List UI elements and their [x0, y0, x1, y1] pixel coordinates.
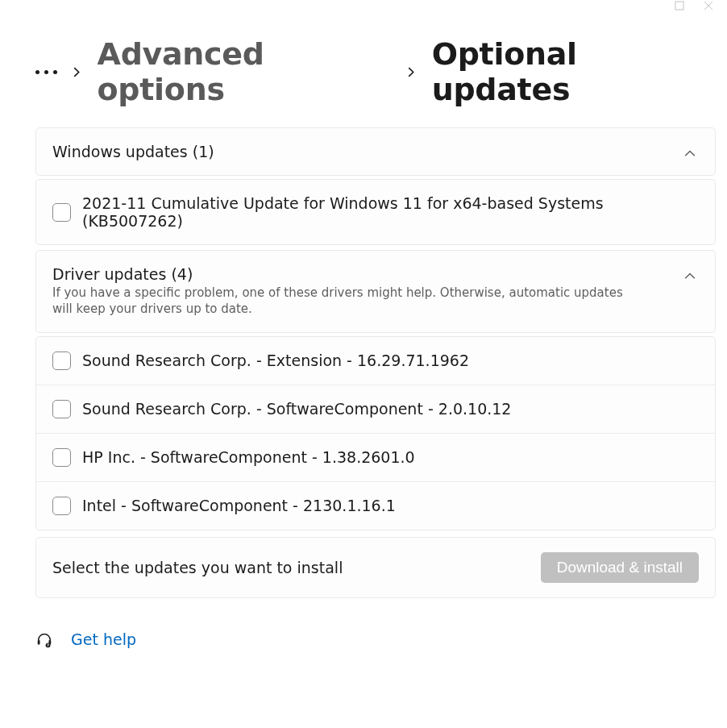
ellipsis-icon[interactable] — [35, 70, 57, 74]
group-driver-updates: Driver updates (4) If you have a specifi… — [35, 250, 716, 333]
install-footer: Select the updates you want to install D… — [35, 537, 716, 598]
windows-updates-list: 2021-11 Cumulative Update for Windows 11… — [35, 179, 716, 245]
checkbox[interactable] — [52, 203, 71, 222]
install-hint: Select the updates you want to install — [52, 559, 541, 576]
driver-updates-list: Sound Research Corp. - Extension - 16.29… — [35, 336, 716, 530]
update-item-label: Sound Research Corp. - SoftwareComponent… — [82, 400, 511, 418]
maximize-icon[interactable] — [674, 0, 685, 11]
page-content: Advanced options Optional updates Window… — [0, 0, 727, 648]
svg-rect-0 — [675, 2, 683, 10]
group-title: Windows updates (1) — [52, 143, 675, 160]
chevron-up-icon — [684, 270, 697, 283]
update-item-label: HP Inc. - SoftwareComponent - 1.38.2601.… — [82, 448, 415, 466]
list-item[interactable]: Intel - SoftwareComponent - 2130.1.16.1 — [36, 482, 715, 530]
download-install-button[interactable]: Download & install — [541, 552, 699, 583]
group-title: Driver updates (4) — [52, 265, 675, 283]
checkbox[interactable] — [52, 400, 71, 418]
chevron-right-icon — [72, 66, 83, 77]
chevron-right-icon — [406, 66, 418, 77]
list-item[interactable]: HP Inc. - SoftwareComponent - 1.38.2601.… — [36, 434, 715, 482]
group-windows-updates: Windows updates (1) — [35, 127, 716, 176]
checkbox[interactable] — [52, 497, 71, 515]
breadcrumb: Advanced options Optional updates — [35, 36, 716, 107]
get-help-link[interactable]: Get help — [71, 630, 136, 648]
window-controls — [661, 0, 727, 16]
checkbox[interactable] — [52, 448, 71, 467]
close-icon[interactable] — [703, 0, 714, 11]
group-header-windows-updates[interactable]: Windows updates (1) — [36, 128, 715, 175]
checkbox[interactable] — [52, 352, 71, 370]
help-row: ? Get help — [35, 598, 716, 648]
chevron-up-icon — [684, 148, 697, 160]
page-title: Optional updates — [432, 36, 716, 107]
list-item[interactable]: Sound Research Corp. - Extension - 16.29… — [36, 337, 715, 385]
svg-rect-1 — [38, 639, 40, 644]
update-item-label: 2021-11 Cumulative Update for Windows 11… — [82, 194, 699, 230]
group-subtitle: If you have a specific problem, one of t… — [52, 285, 633, 318]
list-item[interactable]: 2021-11 Cumulative Update for Windows 11… — [36, 180, 715, 244]
svg-text:?: ? — [47, 643, 49, 647]
update-item-label: Sound Research Corp. - Extension - 16.29… — [82, 352, 469, 369]
headset-help-icon: ? — [35, 630, 53, 648]
group-header-driver-updates[interactable]: Driver updates (4) If you have a specifi… — [36, 251, 715, 332]
list-item[interactable]: Sound Research Corp. - SoftwareComponent… — [36, 385, 715, 434]
update-item-label: Intel - SoftwareComponent - 2130.1.16.1 — [82, 497, 396, 514]
breadcrumb-link-advanced-options[interactable]: Advanced options — [98, 36, 393, 107]
